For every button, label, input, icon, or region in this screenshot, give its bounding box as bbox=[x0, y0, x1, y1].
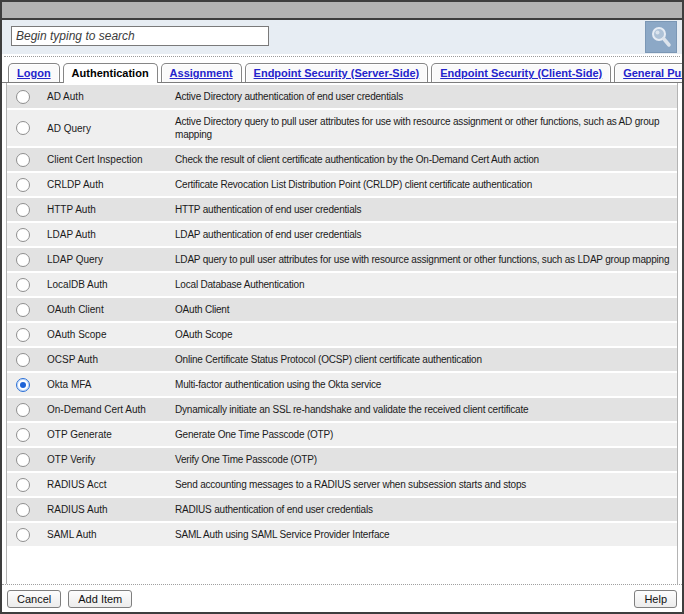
category-tabbar: Logon Authentication Assignment Endpoint… bbox=[2, 57, 682, 83]
tab-endpoint-security-server-side[interactable]: Endpoint Security (Server-Side) bbox=[245, 63, 429, 82]
add-item-dialog: Logon Authentication Assignment Endpoint… bbox=[0, 0, 684, 614]
list-item[interactable]: OTP Generate Generate One Time Passcode … bbox=[7, 423, 677, 446]
item-name: AD Auth bbox=[41, 91, 175, 102]
radio-button[interactable] bbox=[16, 121, 30, 135]
item-description: LDAP authentication of end user credenti… bbox=[175, 223, 677, 246]
radio-cell bbox=[7, 328, 41, 342]
radio-cell bbox=[7, 503, 41, 517]
item-description: RADIUS authentication of end user creden… bbox=[175, 498, 677, 521]
tab-label[interactable]: Authentication bbox=[72, 67, 149, 79]
item-description: Send accounting messages to a RADIUS ser… bbox=[175, 473, 677, 496]
item-name: LDAP Auth bbox=[41, 229, 175, 240]
list-item[interactable]: On-Demand Cert Auth Dynamically initiate… bbox=[7, 398, 677, 421]
list-item[interactable]: OAuth Scope OAuth Scope bbox=[7, 323, 677, 346]
item-description: Online Certificate Status Protocol (OCSP… bbox=[175, 348, 677, 371]
list-item[interactable]: AD Auth Active Directory authentication … bbox=[7, 85, 677, 108]
list-item[interactable]: AD Query Active Directory query to pull … bbox=[7, 110, 677, 146]
radio-button[interactable] bbox=[16, 378, 30, 392]
radio-cell bbox=[7, 203, 41, 217]
help-button[interactable]: Help bbox=[634, 590, 677, 608]
item-name: AD Query bbox=[41, 123, 175, 134]
tab-label[interactable]: Assignment bbox=[170, 67, 233, 79]
radio-button[interactable] bbox=[16, 328, 30, 342]
radio-cell bbox=[7, 178, 41, 192]
radio-button[interactable] bbox=[16, 478, 30, 492]
tab-label[interactable]: Logon bbox=[17, 67, 51, 79]
radio-cell bbox=[7, 228, 41, 242]
tab-endpoint-security-client-side[interactable]: Endpoint Security (Client-Side) bbox=[431, 63, 611, 82]
radio-cell bbox=[7, 353, 41, 367]
item-name: CRLDP Auth bbox=[41, 179, 175, 190]
radio-cell bbox=[7, 478, 41, 492]
item-description: Generate One Time Passcode (OTP) bbox=[175, 423, 677, 446]
radio-button[interactable] bbox=[16, 203, 30, 217]
radio-button[interactable] bbox=[16, 303, 30, 317]
tab-assignment[interactable]: Assignment bbox=[161, 63, 242, 82]
item-description: OAuth Scope bbox=[175, 323, 677, 346]
list-item[interactable]: OTP Verify Verify One Time Passcode (OTP… bbox=[7, 448, 677, 471]
radio-cell bbox=[7, 303, 41, 317]
list-item[interactable]: Client Cert Inspection Check the result … bbox=[7, 148, 677, 171]
radio-cell bbox=[7, 253, 41, 267]
radio-cell bbox=[7, 453, 41, 467]
item-name: Client Cert Inspection bbox=[41, 154, 175, 165]
item-name: OTP Verify bbox=[41, 454, 175, 465]
radio-button[interactable] bbox=[16, 453, 30, 467]
item-name: OCSP Auth bbox=[41, 354, 175, 365]
list-item[interactable]: OCSP Auth Online Certificate Status Prot… bbox=[7, 348, 677, 371]
list-item[interactable]: Okta MFA Multi-factor authentication usi… bbox=[7, 373, 677, 396]
tab-label[interactable]: Endpoint Security (Server-Side) bbox=[254, 67, 420, 79]
item-name: SAML Auth bbox=[41, 529, 175, 540]
list-item[interactable]: LocalDB Auth Local Database Authenticati… bbox=[7, 273, 677, 296]
add-item-button[interactable]: Add Item bbox=[68, 590, 132, 608]
radio-button[interactable] bbox=[16, 90, 30, 104]
item-description: Multi-factor authentication using the Ok… bbox=[175, 373, 677, 396]
radio-button[interactable] bbox=[16, 178, 30, 192]
radio-cell bbox=[7, 428, 41, 442]
radio-cell bbox=[7, 121, 41, 135]
list-item[interactable]: HTTP Auth HTTP authentication of end use… bbox=[7, 198, 677, 221]
search-section bbox=[2, 20, 682, 54]
magnifier-icon bbox=[649, 25, 673, 49]
radio-button[interactable] bbox=[16, 428, 30, 442]
list-item[interactable]: RADIUS Auth RADIUS authentication of end… bbox=[7, 498, 677, 521]
item-description: HTTP authentication of end user credenti… bbox=[175, 198, 677, 221]
search-input[interactable] bbox=[11, 26, 269, 46]
tab-label[interactable]: General Purpose bbox=[623, 67, 684, 79]
list-item[interactable]: OAuth Client OAuth Client bbox=[7, 298, 677, 321]
radio-button[interactable] bbox=[16, 403, 30, 417]
list-item[interactable]: LDAP Query LDAP query to pull user attri… bbox=[7, 248, 677, 271]
list-item[interactable]: RADIUS Acct Send accounting messages to … bbox=[7, 473, 677, 496]
list-item[interactable]: SAML Auth SAML Auth using SAML Service P… bbox=[7, 523, 677, 546]
radio-cell bbox=[7, 378, 41, 392]
item-description: Check the result of client certificate a… bbox=[175, 148, 677, 171]
tab-general-purpose[interactable]: General Purpose bbox=[614, 63, 684, 82]
radio-button[interactable] bbox=[16, 353, 30, 367]
item-description: Certificate Revocation List Distribution… bbox=[175, 173, 677, 196]
list-item[interactable]: CRLDP Auth Certificate Revocation List D… bbox=[7, 173, 677, 196]
list-item[interactable]: LDAP Auth LDAP authentication of end use… bbox=[7, 223, 677, 246]
tab-label[interactable]: Endpoint Security (Client-Side) bbox=[440, 67, 602, 79]
cancel-button[interactable]: Cancel bbox=[7, 590, 61, 608]
item-description: OAuth Client bbox=[175, 298, 677, 321]
agent-list: AD Auth Active Directory authentication … bbox=[6, 83, 678, 584]
radio-cell bbox=[7, 153, 41, 167]
item-name: LocalDB Auth bbox=[41, 279, 175, 290]
radio-button[interactable] bbox=[16, 253, 30, 267]
radio-button[interactable] bbox=[16, 228, 30, 242]
footer-toolbar: Cancel Add Item Help bbox=[2, 584, 682, 612]
item-name: OAuth Client bbox=[41, 304, 175, 315]
radio-button[interactable] bbox=[16, 278, 30, 292]
search-button[interactable] bbox=[645, 21, 677, 53]
radio-cell bbox=[7, 90, 41, 104]
item-description: SAML Auth using SAML Service Provider In… bbox=[175, 523, 677, 546]
item-description: Active Directory query to pull user attr… bbox=[175, 110, 677, 146]
item-name: HTTP Auth bbox=[41, 204, 175, 215]
item-description: Local Database Authentication bbox=[175, 273, 677, 296]
tab-logon[interactable]: Logon bbox=[8, 63, 60, 82]
tab-authentication[interactable]: Authentication bbox=[63, 63, 158, 83]
radio-button[interactable] bbox=[16, 528, 30, 542]
window-titlebar[interactable] bbox=[2, 2, 682, 20]
radio-button[interactable] bbox=[16, 153, 30, 167]
radio-button[interactable] bbox=[16, 503, 30, 517]
